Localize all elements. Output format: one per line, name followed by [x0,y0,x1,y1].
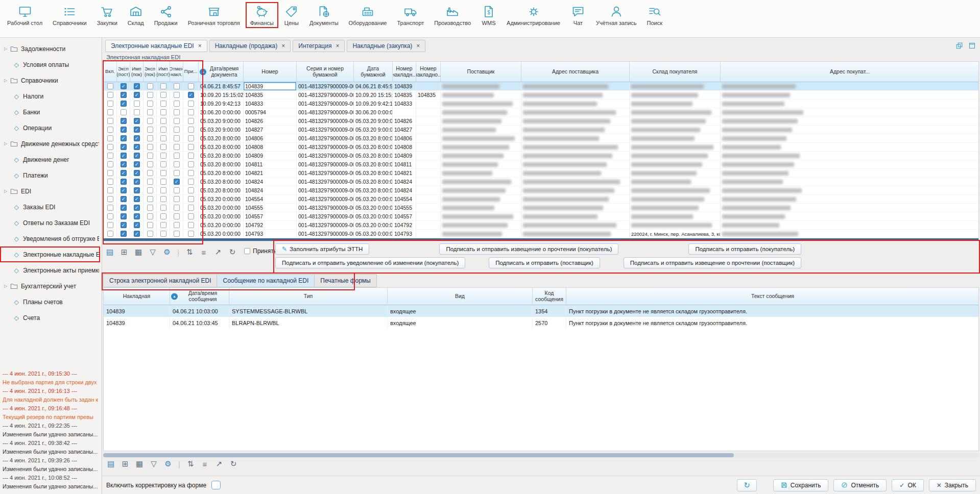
cell[interactable]: 05.03.20 0:00:00 [199,221,244,230]
cell[interactable]: 104826 [244,117,297,126]
row-checkbox[interactable] [107,213,113,219]
cell[interactable]: 05.03.20 8:00:00 [354,186,393,195]
cell[interactable]: 104824 [244,178,297,186]
cell[interactable] [721,212,979,221]
row-checkbox[interactable] [188,205,194,211]
row-checkbox[interactable] [147,170,153,176]
cell[interactable]: 104792 [393,221,416,230]
cell[interactable]: 30.06.20 0:00:00 [354,108,393,117]
cell[interactable]: 104824 [393,186,416,195]
row-checkbox[interactable] [160,92,166,98]
row-checkbox[interactable] [147,101,153,107]
sign-send-read-notice-buyer-button[interactable]: Подписать и отправить извещение о прочте… [439,243,618,255]
tree-item[interactable]: ◇Условия оплаты [0,57,100,72]
cell[interactable] [416,230,441,238]
cell[interactable] [521,152,630,160]
table-row[interactable]: ✓10.09.20 9:42:13104833001-4813297900009… [104,100,978,108]
row-checkbox[interactable] [160,231,166,237]
tree-item[interactable]: ◇Налоги [0,88,100,104]
column-header[interactable]: Эксп (пок) [144,62,157,82]
row-checkbox[interactable] [147,213,153,219]
cell[interactable]: 05.03.20 0:00:00 [354,204,393,212]
cell[interactable]: 001-4813297900009-000 [297,152,354,160]
toolbar-item-search[interactable]: Поиск [642,2,667,28]
column-header[interactable]: Тип [229,288,388,305]
row-checkbox[interactable] [160,179,166,185]
group-list-icon[interactable]: ≡ [200,460,209,468]
correction-checkbox[interactable] [211,481,221,489]
column-header[interactable]: Серия и номер бумажной [297,62,354,82]
row-checkbox[interactable] [147,179,153,185]
cell[interactable] [416,212,441,221]
cell[interactable]: 001-4813297900009-000 [297,91,354,100]
cell[interactable] [441,126,521,134]
expand-arrow-icon[interactable]: ▷ [4,78,10,83]
row-checkbox[interactable] [107,101,113,107]
row-checkbox[interactable]: ✓ [121,83,127,89]
cell[interactable]: 104835 [244,91,297,100]
tab-integration[interactable]: Интеграция× [293,40,345,52]
toolbar-item-equipment[interactable]: Оборудование [344,2,392,28]
cell[interactable] [521,204,630,212]
cell[interactable]: 001-4813297900009-000 [297,126,354,134]
cell[interactable]: 104809 [244,152,297,160]
cell[interactable]: 05.03.20 8:00:00 [199,169,244,178]
cell[interactable] [416,204,441,212]
cell[interactable]: 104555 [393,204,416,212]
tree-item[interactable]: ◇Электронные акты приемки Е [0,262,100,278]
cell[interactable]: 104554 [393,195,416,204]
expand-arrow-icon[interactable]: ▷ [4,46,10,51]
row-checkbox[interactable] [174,196,180,202]
row-checkbox[interactable] [107,222,113,228]
row-checkbox[interactable] [174,144,180,150]
cell[interactable]: 001-4813297900009-000 [297,160,354,169]
cell[interactable] [630,108,721,117]
row-checkbox[interactable]: ✓ [134,205,140,211]
cell[interactable]: 104811 [244,160,297,169]
tree-item[interactable]: ◇Ответы по Заказам EDI [0,215,100,231]
cell[interactable]: 05.03.20 8:00:00 [354,134,393,143]
tab-sales-waybills[interactable]: Накладные (продажа)× [209,40,291,52]
cell[interactable]: 104821 [244,169,297,178]
cell[interactable] [393,108,416,117]
cell[interactable]: 220024, г. Минск, пер. Асаналиева, 3, ко… [630,230,721,238]
cell[interactable]: 104835 [393,91,416,100]
cell[interactable]: 30.06.20 0:00:00 [199,108,244,117]
cell[interactable]: 104793 [244,230,297,238]
sign-send-read-notice-supplier-button[interactable]: Подписать и отправить извещение о прочте… [624,257,801,268]
cell[interactable]: 05.03.20 0:00:00 [199,212,244,221]
cell[interactable] [441,160,521,169]
cell[interactable] [521,143,630,152]
row-checkbox[interactable] [147,161,153,167]
row-checkbox[interactable] [174,101,180,107]
cell[interactable]: 001-4813297900009-000 [297,204,354,212]
cancel-button[interactable]: Отменить [833,479,887,491]
cell[interactable]: 104554 [244,195,297,204]
cell[interactable]: 05.03.20 8:00:00 [354,152,393,160]
row-checkbox[interactable]: ✓ [174,179,180,185]
cell[interactable]: 05.03.20 9:00:00 [199,126,244,134]
fill-ettn-attributes-button[interactable]: ✎Заполнить атрибуты ЭТТН [275,243,369,255]
row-checkbox[interactable] [188,161,194,167]
row-checkbox[interactable]: ✓ [134,144,140,150]
cell[interactable] [416,178,441,186]
row-checkbox[interactable] [134,109,140,115]
row-checkbox[interactable] [188,231,194,237]
view-calendar-icon[interactable]: ▦ [135,459,144,468]
cell[interactable]: 104557 [244,212,297,221]
row-checkbox[interactable]: ✓ [134,231,140,237]
table-row[interactable]: 30.06.20 0:00:000005794001-4813297900009… [104,108,978,117]
row-checkbox[interactable] [147,83,153,89]
expand-arrow-icon[interactable]: ▷ [4,189,10,193]
row-checkbox[interactable]: ✓ [188,92,194,98]
row-checkbox[interactable] [147,144,153,150]
cell[interactable] [630,134,721,143]
cell[interactable] [521,195,630,204]
tree-item[interactable]: ▷EDI [0,183,100,199]
row-checkbox[interactable] [188,83,194,89]
row-checkbox[interactable] [174,170,180,176]
cell[interactable]: 0005794 [244,108,297,117]
settings-icon[interactable]: ⚙ [163,459,173,468]
cell[interactable]: 104839 [393,82,416,91]
cell[interactable] [630,82,721,91]
